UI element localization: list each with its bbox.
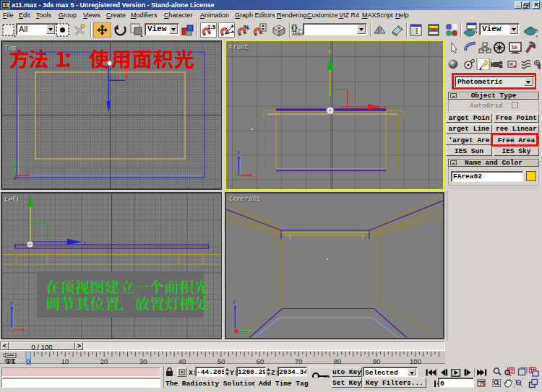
svg-text:50: 50 [218, 357, 225, 365]
svg-text:70: 70 [295, 357, 303, 365]
svg-text:x: x [383, 104, 387, 110]
svg-text:z: z [10, 300, 13, 306]
svg-text:{}: {} [291, 23, 298, 32]
svg-text:30: 30 [139, 357, 147, 365]
svg-text:40: 40 [178, 357, 186, 365]
svg-text:x: x [83, 240, 87, 246]
svg-text:60: 60 [257, 357, 264, 365]
svg-text:z: z [233, 299, 236, 305]
svg-text:0: 0 [27, 357, 30, 365]
svg-text:y: y [250, 331, 253, 337]
svg-text:90: 90 [373, 357, 381, 365]
svg-text:x: x [255, 176, 258, 182]
svg-text:z: z [237, 150, 240, 156]
svg-text:10: 10 [61, 357, 69, 365]
svg-text:20: 20 [100, 357, 108, 365]
svg-text:A: A [514, 44, 517, 51]
svg-text:80: 80 [334, 357, 342, 365]
svg-text:x: x [26, 170, 29, 175]
svg-text:y: y [328, 48, 332, 54]
svg-text:100: 100 [410, 357, 421, 365]
